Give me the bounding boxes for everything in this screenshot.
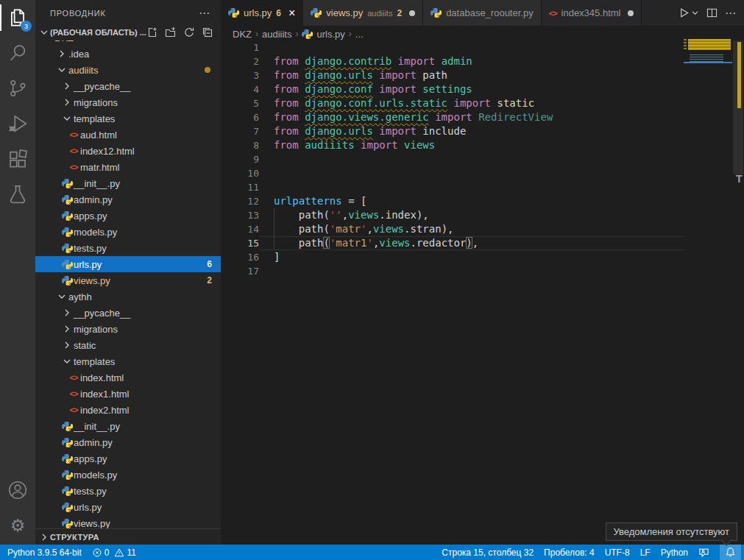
tree-item-templates[interactable]: templates	[35, 110, 221, 127]
code-line-13[interactable]: 13 path('',views.index),	[221, 208, 684, 222]
activity-explorer-button[interactable]: 3	[0, 0, 35, 35]
tree-item-aud-html[interactable]: <>aud.html	[35, 127, 221, 143]
tree-item-index2-html[interactable]: <>index2.html	[35, 402, 221, 418]
code-line-16[interactable]: 16]	[221, 250, 684, 264]
code-line-1[interactable]: 1	[221, 40, 684, 54]
tree-item-apps-py[interactable]: apps.py	[35, 450, 221, 467]
breadcrumb-label: DKZ	[233, 29, 252, 40]
tab-views-py[interactable]: views.pyaudiiits2	[303, 0, 423, 26]
code-line-5[interactable]: 5from django.conf.urls.static import sta…	[221, 96, 684, 110]
minimap[interactable]	[684, 0, 732, 309]
tree-item-tests-py[interactable]: tests.py	[35, 240, 221, 256]
tree-item-aythh[interactable]: aythh	[35, 288, 221, 305]
python-icon	[60, 437, 74, 448]
activity-extensions-button[interactable]	[0, 141, 35, 177]
tree-item-index1-html[interactable]: <>index1.html	[35, 386, 221, 402]
tree-item-index-html[interactable]: <>index.html	[35, 369, 221, 386]
tree-item--init-py[interactable]: __init__.py	[35, 175, 221, 191]
outline-section-header[interactable]: СТРУКТУРА	[35, 528, 221, 545]
tree-item-migrations[interactable]: migrations	[35, 321, 221, 337]
python-icon	[60, 227, 74, 238]
tree-item-admin-py[interactable]: admin.py	[35, 434, 221, 450]
activity-testing-button[interactable]	[0, 177, 35, 212]
tab-description: audiiits	[367, 9, 392, 18]
code-line-2[interactable]: 2from django.contrib import admin	[221, 54, 684, 68]
new-folder-button[interactable]	[165, 26, 177, 38]
tree-item-admin-py[interactable]: admin.py	[35, 191, 221, 208]
code-area[interactable]: 12from django.contrib import admin3from …	[221, 40, 684, 278]
tree-item-label: templates	[74, 356, 115, 367]
tree-item-apps-py[interactable]: apps.py	[35, 208, 221, 224]
tree-item--init-py[interactable]: __init__.py	[35, 418, 221, 434]
tab-urls-py[interactable]: urls.py6×	[221, 0, 303, 26]
code-line-11[interactable]: 11	[221, 180, 684, 194]
tab-problems-badge: 2	[397, 8, 402, 18]
tree-item-models-py[interactable]: models.py	[35, 224, 221, 240]
tree-item-urls-py[interactable]: urls.py	[35, 499, 221, 515]
status-python-interpreter[interactable]: Python 3.9.5 64-bit	[7, 547, 82, 558]
status-feedback[interactable]	[698, 545, 709, 560]
breadcrumb-item--[interactable]: ...	[355, 29, 364, 40]
status-notifications-bell[interactable]	[720, 545, 741, 560]
breadcrumb-item-audiiits[interactable]: audiiits	[262, 29, 291, 40]
status-bar: Python 3.9.5 64-bit011 Строка 15, столбе…	[0, 545, 744, 560]
line-number: 6	[221, 110, 259, 124]
tree-item-urls-py[interactable]: urls.py6	[35, 256, 221, 272]
activity-source-control-button[interactable]	[0, 71, 35, 106]
warning-icon	[114, 547, 124, 558]
new-file-button[interactable]	[146, 26, 158, 38]
account-button[interactable]	[0, 472, 35, 508]
code-line-3[interactable]: 3from django.urls import path	[221, 68, 684, 82]
html-icon: <>	[67, 146, 80, 155]
chevron-right-icon	[60, 323, 74, 335]
explorer-more-actions-button[interactable]: ⋯	[199, 7, 210, 20]
code-line-10[interactable]: 10	[221, 166, 684, 180]
code-line-6[interactable]: 6from django.views.generic import Redire…	[221, 110, 684, 124]
tree-item-index12-html[interactable]: <>index12.html	[35, 143, 221, 159]
dirty-dot-icon	[628, 10, 634, 16]
tree-item--pycache-[interactable]: __pycache__	[35, 78, 221, 94]
tab-database-roouter-py[interactable]: database_roouter.py	[423, 0, 542, 26]
code-line-7[interactable]: 7from django.urls import include	[221, 124, 684, 138]
status-cursor-position[interactable]: Строка 15, столбец 32	[442, 545, 534, 560]
code-line-14[interactable]: 14 path('matr',views.stran),	[221, 222, 684, 236]
editor-scrollbar[interactable]: T	[732, 0, 744, 504]
close-icon[interactable]: ×	[288, 7, 295, 19]
html-icon: <>	[67, 373, 80, 382]
code-line-15[interactable]: 15 path('matr1',views.redactor),	[221, 236, 684, 250]
refresh-button[interactable]	[183, 26, 195, 38]
workspace-section-header[interactable]: (РАБОЧАЯ ОБЛАСТЬ) ...	[35, 24, 221, 40]
status-problems[interactable]: 011	[92, 547, 136, 558]
breadcrumb-item-dkz[interactable]: DKZ	[233, 29, 252, 40]
tree-item-matr-html[interactable]: <>matr.html	[35, 159, 221, 175]
tab-index345-html[interactable]: <>index345.html	[542, 0, 642, 26]
tree-item-views-py[interactable]: views.py2	[35, 272, 221, 288]
code-line-9[interactable]: 9	[221, 152, 684, 166]
tree-item--idea[interactable]: .idea	[35, 46, 221, 62]
tree-item-static[interactable]: static	[35, 337, 221, 353]
activity-search-button[interactable]	[0, 35, 35, 71]
status-eol[interactable]: LF	[640, 545, 651, 560]
tree-item-migrations[interactable]: migrations	[35, 94, 221, 110]
code-line-8[interactable]: 8from audiiits import views	[221, 138, 684, 152]
tree-item--pycache-[interactable]: __pycache__	[35, 305, 221, 321]
collapse-folders-button[interactable]	[202, 26, 213, 38]
code-line-content: from audiiits import views	[259, 138, 684, 152]
tab-label: views.py	[326, 7, 363, 18]
code-line-4[interactable]: 4from django.conf import settings	[221, 82, 684, 96]
tree-item-tests-py[interactable]: tests.py	[35, 483, 221, 499]
tree-item-models-py[interactable]: models.py	[35, 467, 221, 483]
scrollbar-glyph: T	[736, 172, 743, 185]
code-line-17[interactable]: 17	[221, 264, 684, 278]
status-encoding[interactable]: UTF-8	[605, 545, 630, 560]
tree-item-templates[interactable]: templates	[35, 353, 221, 369]
line-number: 7	[221, 124, 259, 138]
settings-button[interactable]: ⚙	[0, 508, 35, 543]
tab-problems-badge: 6	[276, 8, 281, 18]
status-indentation[interactable]: Пробелов: 4	[544, 545, 595, 560]
activity-run-debug-button[interactable]	[0, 106, 35, 141]
breadcrumb-item-urls-py[interactable]: urls.py	[302, 29, 344, 40]
code-line-12[interactable]: 12urlpatterns = [	[221, 194, 684, 208]
status-language-mode[interactable]: Python	[661, 545, 688, 560]
tree-item-audiiits[interactable]: audiiits	[35, 62, 221, 78]
